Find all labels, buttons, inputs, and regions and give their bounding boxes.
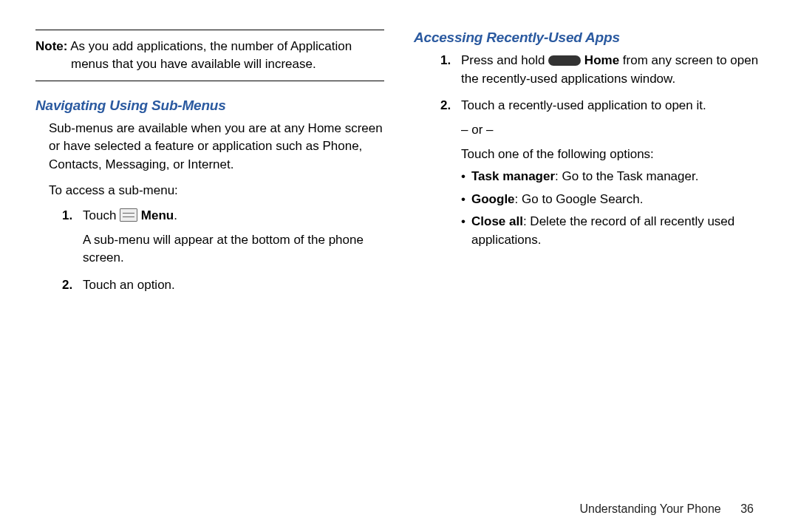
option-text: : Go to Google Search. — [515, 192, 644, 206]
step-text-pre: Touch an option. — [83, 278, 175, 292]
recent-step-1: 1. Press and hold Home from any screen t… — [440, 52, 763, 88]
footer-section: Understanding Your Phone — [579, 502, 720, 515]
option-google: Google: Go to Google Search. — [461, 191, 763, 209]
option-close-all: Close all: Delete the record of all rece… — [461, 213, 763, 249]
step-text-bold: Home — [581, 53, 619, 67]
step-sub: A sub-menu will appear at the bottom of … — [83, 231, 384, 267]
options-list: Task manager: Go to the Task manager. Go… — [461, 168, 763, 250]
submenu-step-2: 2. Touch an option. — [62, 276, 384, 295]
step-text-pre: Touch — [83, 208, 120, 222]
step-follow: Touch one of the following options: — [461, 146, 763, 164]
step-text-pre: Touch a recently-used application to ope… — [461, 98, 706, 112]
menu-icon — [120, 208, 137, 222]
footer-page-number: 36 — [740, 502, 754, 515]
note-label: Note: — [35, 39, 67, 53]
step-or: – or – — [461, 121, 763, 140]
submenu-steps: 1. Touch Menu. A sub-menu will appear at… — [35, 207, 384, 295]
option-bold: Google — [471, 192, 515, 206]
submenu-intro: Sub-menus are available when you are at … — [49, 120, 384, 174]
note-box: Note: As you add applications, the numbe… — [35, 30, 384, 81]
recent-steps: 1. Press and hold Home from any screen t… — [414, 52, 763, 250]
step-number: 2. — [62, 276, 72, 295]
step-text-bold: Menu — [137, 208, 174, 222]
heading-navigating-submenus: Navigating Using Sub-Menus — [35, 98, 384, 114]
home-icon — [548, 55, 581, 66]
submenu-step-1: 1. Touch Menu. A sub-menu will appear at… — [62, 207, 384, 267]
page-content: Note: As you add applications, the numbe… — [0, 0, 798, 473]
step-text-post: . — [174, 208, 177, 222]
left-column: Note: As you add applications, the numbe… — [35, 30, 384, 443]
recent-step-2: 2. Touch a recently-used application to … — [440, 97, 763, 249]
option-task-manager: Task manager: Go to the Task manager. — [461, 168, 763, 186]
note-text-line1: As you add applications, the number of A… — [67, 39, 352, 53]
page-footer: Understanding Your Phone 36 — [579, 502, 754, 516]
submenu-access-line: To access a sub-menu: — [49, 182, 384, 200]
option-bold: Task manager — [471, 169, 555, 183]
option-bold: Close all — [471, 214, 523, 228]
step-number: 1. — [440, 52, 451, 70]
heading-recent-apps: Accessing Recently-Used Apps — [414, 30, 763, 46]
step-number: 1. — [62, 207, 72, 225]
step-number: 2. — [440, 97, 451, 115]
step-text-pre: Press and hold — [461, 53, 548, 67]
option-text: : Go to the Task manager. — [555, 169, 698, 183]
note-text-line2: menus that you have available will incre… — [71, 57, 316, 71]
right-column: Accessing Recently-Used Apps 1. Press an… — [414, 30, 763, 443]
